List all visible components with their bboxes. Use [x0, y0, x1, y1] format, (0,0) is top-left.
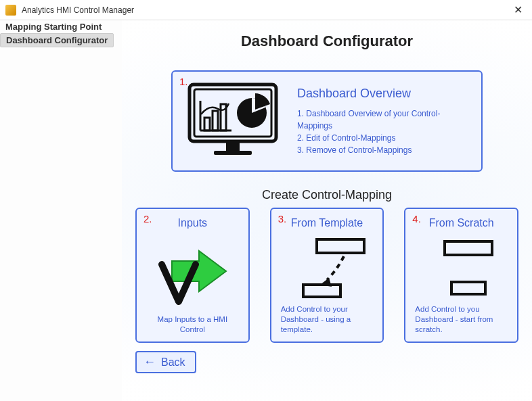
- card-number: 1.: [179, 76, 188, 87]
- card-desc: Add Control to you Dashboard - start fro…: [415, 304, 508, 335]
- overview-text: Dashboard Overview 1. Dashboard Overview…: [297, 87, 472, 156]
- overview-line: 1. Dashboard Overview of your Control-Ma…: [297, 108, 472, 132]
- inputs-arrow-icon: [146, 235, 239, 314]
- card-inputs[interactable]: 2. Inputs Map Inputs to a HMI Control: [135, 208, 250, 343]
- card-title: Inputs: [178, 217, 208, 229]
- monitor-icon: [182, 80, 284, 162]
- window-title: Analytics HMI Control Manager: [22, 5, 510, 15]
- svg-rect-3: [214, 151, 252, 155]
- card-from-template[interactable]: 3. From Template Add Control to your Das…: [270, 208, 384, 343]
- svg-marker-10: [172, 251, 226, 291]
- main-panel: Dashboard Configurator 1.: [122, 20, 532, 401]
- back-button[interactable]: ← Back: [135, 351, 196, 373]
- svg-rect-11: [317, 239, 364, 253]
- titlebar: Analytics HMI Control Manager ✕: [0, 0, 532, 20]
- overview-line: 2. Edit of Control-Mappings: [297, 132, 472, 144]
- overview-title: Dashboard Overview: [297, 87, 472, 101]
- card-desc: Map Inputs to a HMI Control: [146, 314, 239, 335]
- svg-rect-7: [213, 111, 218, 131]
- scratch-boxes-icon: [415, 235, 508, 304]
- card-title: From Scratch: [429, 217, 494, 229]
- svg-rect-12: [303, 285, 340, 297]
- back-label: Back: [161, 356, 185, 369]
- sidebar-item-mapping-starting-point[interactable]: Mapping Starting Point: [0, 20, 107, 33]
- card-number: 3.: [278, 213, 287, 225]
- card-number: 2.: [143, 213, 152, 225]
- overview-line: 3. Remove of Control-Mappings: [297, 144, 472, 156]
- app-icon: [5, 5, 16, 16]
- close-icon[interactable]: ✕: [510, 3, 527, 16]
- back-arrow-icon: ←: [143, 355, 156, 369]
- card-dashboard-overview[interactable]: 1. Dashboard: [171, 70, 483, 172]
- svg-rect-14: [445, 241, 492, 255]
- card-from-scratch[interactable]: 4. From Scratch Add Control to you Dashb…: [404, 208, 518, 343]
- sidebar-item-dashboard-configurator[interactable]: Dashboard Configurator: [0, 33, 114, 47]
- svg-rect-6: [204, 118, 210, 131]
- card-title: From Template: [291, 217, 363, 229]
- section-title-create: Create Control-Mapping: [135, 188, 518, 202]
- svg-rect-15: [451, 282, 485, 294]
- card-number: 4.: [412, 213, 421, 225]
- page-title: Dashboard Configurator: [135, 32, 518, 50]
- svg-rect-2: [226, 143, 240, 151]
- template-arrow-icon: [281, 235, 374, 304]
- create-row: 2. Inputs Map Inputs to a HMI Control 3.…: [135, 208, 518, 343]
- sidebar: Mapping Starting Point Dashboard Configu…: [0, 20, 122, 401]
- card-desc: Add Control to your Dashboard - using a …: [281, 304, 374, 335]
